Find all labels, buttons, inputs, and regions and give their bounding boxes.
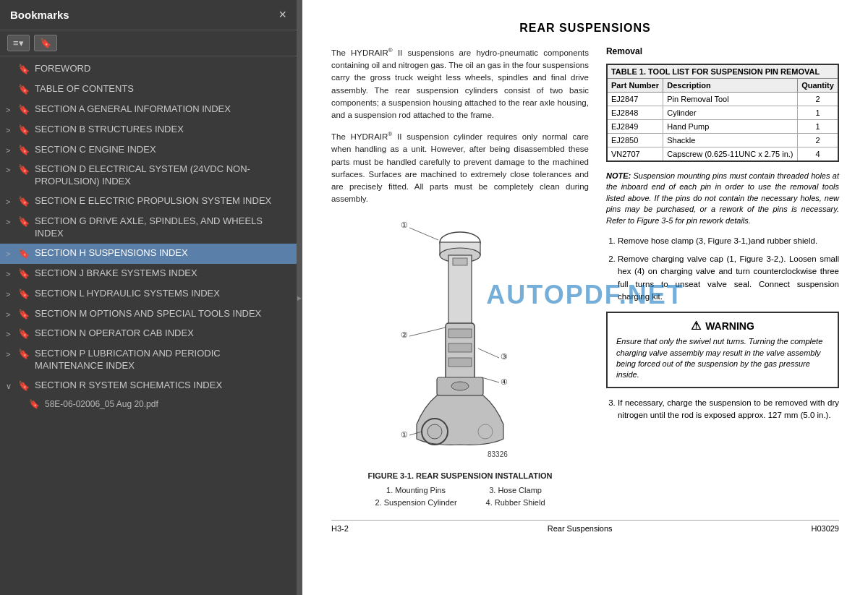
figure-label-1: 1. Mounting Pins: [375, 484, 456, 497]
table-row: EJ2850Shackle2: [607, 134, 838, 147]
warning-triangle-icon: ⚠: [691, 319, 701, 333]
figure-labels: 1. Mounting Pins 2. Suspension Cylinder …: [331, 484, 589, 508]
sidebar-item-secJ[interactable]: >🔖SECTION J BRAKE SYSTEMS INDEX: [0, 264, 297, 284]
page-title: REAR SUSPENSIONS: [331, 22, 839, 35]
sidebar-item-secR[interactable]: ∨🔖SECTION R SYSTEM SCHEMATICS INDEX: [0, 376, 297, 396]
table-cell: EJ2847: [607, 93, 663, 106]
bookmark-icon: 🔖: [29, 399, 40, 409]
expand-arrow: >: [6, 165, 14, 175]
intro-paragraph-2: The HYDRAIR® II suspension cylinder requ…: [331, 130, 589, 205]
item-label: SECTION C ENGINE INDEX: [35, 144, 289, 156]
item-label: 58E-06-02006_05 Aug 20.pdf: [45, 399, 158, 409]
svg-text:④: ④: [501, 377, 508, 386]
sidebar-item-secA[interactable]: >🔖SECTION A GENERAL INFORMATION INDEX: [0, 100, 297, 120]
bookmark-icon: 🔖: [18, 124, 30, 137]
sidebar-item-secG[interactable]: >🔖SECTION G DRIVE AXLE, SPINDLES, AND WH…: [0, 212, 297, 244]
removal-steps: Remove hose clamp (3, Figure 3-1,)and ru…: [618, 235, 839, 303]
table-cell: 2: [798, 93, 838, 106]
figure-label-3: 3. Hose Clamp: [486, 484, 545, 497]
left-column: The HYDRAIR® II suspensions are hydro-pn…: [331, 46, 589, 508]
footer-left: H3-2: [331, 524, 349, 533]
table-cell: EJ2850: [607, 134, 663, 147]
figure-label-4: 4. Rubber Shield: [486, 497, 545, 509]
sidebar-item-secD[interactable]: >🔖SECTION D ELECTRICAL SYSTEM (24VDC NON…: [0, 160, 297, 192]
table-cell: VN2707: [607, 147, 663, 162]
svg-text:③: ③: [501, 352, 508, 361]
bookmark-icon: 🔖: [18, 288, 30, 301]
col-quantity: Quantity: [798, 79, 838, 93]
item-label: TABLE OF CONTENTS: [35, 83, 289, 95]
item-label: SECTION J BRAKE SYSTEMS INDEX: [35, 267, 289, 280]
table-cell: 4: [798, 147, 838, 162]
table-row: EJ2848Cylinder1: [607, 106, 838, 120]
item-label: SECTION M OPTIONS AND SPECIAL TOOLS INDE…: [35, 308, 289, 320]
expand-arrow: >: [6, 309, 14, 320]
item-label: FOREWORD: [35, 63, 289, 75]
bookmark-icon: 🔖: [18, 328, 30, 341]
resize-handle[interactable]: ▸: [297, 0, 302, 595]
sidebar-item-secN[interactable]: >🔖SECTION N OPERATOR CAB INDEX: [0, 324, 297, 344]
warning-header: ⚠ WARNING: [616, 319, 829, 333]
expand-arrow: ∨: [6, 381, 14, 391]
warning-text: Ensure that only the swivel nut turns. T…: [616, 336, 829, 381]
sidebar-list: 🔖FOREWORD 🔖TABLE OF CONTENTS>🔖SECTION A …: [0, 56, 297, 595]
expand-arrow: >: [6, 269, 14, 279]
bookmark-icon: 🔖: [18, 84, 30, 96]
item-label: SECTION N OPERATOR CAB INDEX: [35, 328, 289, 340]
item-label: SECTION G DRIVE AXLE, SPINDLES, AND WHEE…: [35, 215, 289, 240]
figure-caption: FIGURE 3-1. REAR SUSPENSION INSTALLATION: [331, 470, 589, 482]
step-2: Remove charging valve cap (1, Figure 3-2…: [618, 253, 839, 303]
sidebar-item-secM[interactable]: >🔖SECTION M OPTIONS AND SPECIAL TOOLS IN…: [0, 304, 297, 325]
table-cell: 1: [798, 106, 838, 120]
sidebar-toolbar: ≡▾ 🔖: [0, 30, 297, 56]
bookmark-icon: 🔖: [18, 64, 30, 76]
sidebar-item-secB[interactable]: >🔖SECTION B STRUCTURES INDEX: [0, 120, 297, 140]
sidebar-item-secE[interactable]: >🔖SECTION E ELECTRIC PROPULSION SYSTEM I…: [0, 192, 297, 212]
expand-arrow: >: [6, 217, 14, 227]
item-label: SECTION H SUSPENSIONS INDEX: [35, 247, 289, 260]
sidebar-title: Bookmarks: [10, 9, 69, 21]
expand-arrow: >: [6, 197, 14, 207]
warning-box: ⚠ WARNING Ensure that only the swivel nu…: [606, 312, 839, 388]
table-cell: EJ2849: [607, 120, 663, 134]
item-label: SECTION A GENERAL INFORMATION INDEX: [35, 103, 289, 116]
table-cell: Shackle: [663, 134, 798, 147]
tool-list-table: TABLE 1. TOOL LIST FOR SUSPENSION PIN RE…: [606, 64, 839, 162]
svg-text:①: ①: [401, 221, 408, 229]
item-label: SECTION D ELECTRICAL SYSTEM (24VDC NON-P…: [35, 163, 289, 188]
col-description: Description: [663, 79, 798, 93]
sidebar-header: Bookmarks ×: [0, 0, 297, 30]
footer-center: Rear Suspensions: [548, 524, 613, 533]
removal-steps-cont: If necessary, charge the suspension to b…: [618, 397, 839, 422]
sidebar-bookmark-button[interactable]: 🔖: [34, 35, 57, 51]
sidebar-close-button[interactable]: ×: [278, 7, 286, 22]
note-text: NOTE: Suspension mounting pins must cont…: [606, 171, 839, 226]
table-cell: 1: [798, 120, 838, 134]
table-row: EJ2847Pin Removal Tool2: [607, 93, 838, 106]
bookmark-icon: 🔖: [18, 104, 30, 116]
sidebar-menu-button[interactable]: ≡▾: [7, 35, 30, 51]
table-title: TABLE 1. TOOL LIST FOR SUSPENSION PIN RE…: [607, 64, 838, 79]
sidebar-item-secH[interactable]: >🔖SECTION H SUSPENSIONS INDEX: [0, 244, 297, 264]
sidebar-item-toc[interactable]: 🔖TABLE OF CONTENTS: [0, 80, 297, 100]
bookmark-icon: 🔖: [18, 216, 30, 228]
item-label: SECTION E ELECTRIC PROPULSION SYSTEM IND…: [35, 195, 289, 207]
expand-arrow: >: [6, 125, 14, 135]
sidebar-item-secP[interactable]: >🔖SECTION P LUBRICATION AND PERIODIC MAI…: [0, 344, 297, 376]
sidebar-item-secL[interactable]: >🔖SECTION L HYDRAULIC SYSTEMS INDEX: [0, 284, 297, 304]
expand-arrow: >: [6, 329, 14, 339]
svg-text:83326: 83326: [488, 450, 508, 458]
table-cell: Capscrew (0.625-11UNC x 2.75 in.): [663, 147, 798, 162]
figure-container: ① ②: [331, 215, 589, 509]
expand-arrow: >: [6, 145, 14, 155]
table-cell: Pin Removal Tool: [663, 93, 798, 106]
table-row: VN2707Capscrew (0.625-11UNC x 2.75 in.)4: [607, 147, 838, 162]
bookmark-icon: 🔖: [18, 268, 30, 281]
sidebar-item-foreword[interactable]: 🔖FOREWORD: [0, 59, 297, 80]
page-footer: H3-2 Rear Suspensions H03029: [331, 520, 839, 536]
sidebar-item-secC[interactable]: >🔖SECTION C ENGINE INDEX: [0, 140, 297, 160]
svg-line-18: [482, 377, 499, 382]
sidebar-item-pdf[interactable]: 🔖58E-06-02006_05 Aug 20.pdf: [0, 396, 297, 412]
table-cell: 2: [798, 134, 838, 147]
removal-section-title: Removal: [606, 46, 839, 56]
